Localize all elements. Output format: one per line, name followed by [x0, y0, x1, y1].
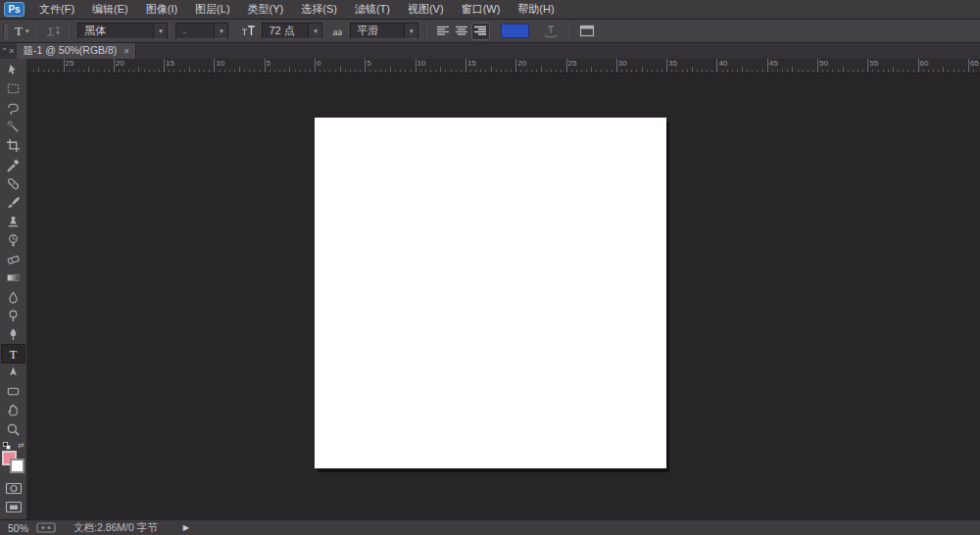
gradient-tool[interactable] [0, 268, 26, 287]
menu-bar: Ps 文件(F)编辑(E)图像(I)图层(L)类型(Y)选择(S)滤镜(T)视图… [0, 0, 980, 20]
font-size-select[interactable]: 72 点 ▾ [262, 23, 322, 39]
menu-item[interactable]: 视图(V) [399, 0, 453, 20]
tab-fragment-close-icon[interactable]: × [9, 46, 14, 56]
ruler-tick [33, 70, 34, 73]
tool-list: T [0, 59, 26, 439]
blur-tool[interactable] [0, 288, 26, 307]
type-tool[interactable]: T [1, 344, 25, 363]
close-icon[interactable]: × [123, 46, 129, 57]
ruler-tick [289, 67, 290, 73]
align-left-button[interactable] [434, 23, 453, 40]
align-center-button[interactable] [453, 23, 471, 40]
ruler-tick [867, 59, 868, 73]
screen-mode-button[interactable] [0, 498, 26, 516]
ruler-tick [470, 70, 471, 73]
history-brush-tool[interactable] [0, 231, 26, 250]
ruler-tick [506, 70, 507, 73]
default-colors-icon[interactable] [3, 442, 12, 450]
horizontal-ruler[interactable]: 25201510505101520253035404550556065 [27, 59, 980, 73]
menu-item[interactable]: 选择(S) [292, 0, 346, 20]
menu-item[interactable]: 图层(L) [186, 0, 238, 20]
eyedropper-tool-icon [6, 158, 21, 172]
ruler-tick [918, 59, 919, 73]
crop-tool[interactable] [0, 136, 26, 155]
ruler-tick [711, 70, 712, 73]
magic-wand-tool[interactable] [0, 118, 26, 136]
ruler-tick [380, 70, 381, 73]
lasso-tool[interactable] [0, 99, 26, 118]
ruler-tick [411, 70, 412, 73]
menu-item[interactable]: 编辑(E) [83, 0, 137, 20]
brush-tool[interactable] [0, 193, 26, 212]
document-canvas[interactable] [315, 118, 666, 468]
marquee-tool-icon [6, 81, 21, 96]
ruler-tick [324, 70, 325, 73]
ruler-tick [968, 59, 969, 73]
text-orientation-button[interactable] [41, 23, 65, 40]
zoom-level-field[interactable]: 50% [0, 522, 36, 534]
menu-item[interactable]: 图像(I) [137, 0, 186, 20]
tab-overflow-fragment[interactable]: " × [0, 43, 17, 59]
font-style-value: - [176, 25, 214, 37]
status-options-arrow-icon[interactable]: ▶ [183, 523, 189, 532]
ruler-tick [416, 59, 416, 73]
ruler-tick [515, 59, 516, 73]
ruler-tick [536, 70, 537, 73]
background-color-swatch[interactable] [10, 459, 24, 473]
hand-tool[interactable] [0, 401, 26, 419]
ruler-tick [888, 70, 889, 73]
clone-stamp-tool[interactable] [0, 212, 26, 230]
ruler-tick [511, 70, 512, 73]
eyedropper-tool[interactable] [0, 155, 26, 173]
ruler-tick [189, 67, 190, 73]
toggle-panels-button[interactable] [579, 24, 595, 37]
anti-alias-select[interactable]: 平滑 ▾ [350, 23, 418, 39]
ruler-tick [626, 70, 627, 73]
text-color-swatch[interactable] [501, 24, 529, 38]
ruler-tick [456, 70, 457, 73]
ruler-tick [209, 70, 210, 73]
ruler-tick [541, 67, 542, 73]
status-bar: 50% 文档:2.86M/0 字节 ▶ [0, 519, 980, 535]
menu-item[interactable]: 类型(Y) [239, 0, 293, 20]
pen-tool[interactable] [0, 325, 26, 344]
blur-tool-icon [6, 290, 21, 305]
ruler-tick [199, 70, 200, 73]
document-tab[interactable]: 题-1 @ 50%(RGB/8) × [17, 43, 136, 59]
separator [69, 23, 70, 40]
ruler-tick [963, 70, 964, 73]
menu-item[interactable]: 窗口(W) [453, 0, 510, 20]
warp-text-icon [543, 24, 559, 38]
warp-text-button[interactable] [543, 24, 559, 38]
tool-preset-picker[interactable]: T ▾ [11, 22, 32, 41]
healing-brush-tool[interactable] [0, 174, 26, 193]
ruler-tick [501, 70, 502, 73]
path-selection-tool[interactable] [0, 364, 26, 382]
font-family-select[interactable]: 黑体 ▾ [77, 23, 168, 39]
shape-tool[interactable] [0, 382, 26, 401]
ruler-tick [83, 70, 84, 73]
menu-item[interactable]: 文件(F) [30, 0, 83, 20]
font-style-select[interactable]: - ▾ [175, 23, 228, 39]
document-size-info[interactable]: 文档:2.86M/0 字节 [74, 521, 158, 535]
ruler-tick [440, 67, 441, 73]
chevron-down-icon: ▾ [25, 27, 29, 35]
options-grip[interactable] [3, 24, 8, 39]
ruler-tick [556, 70, 557, 73]
eraser-tool[interactable] [0, 250, 26, 268]
dodge-tool[interactable] [0, 307, 26, 325]
ruler-label: 25 [568, 59, 577, 68]
swap-colors-icon[interactable]: ⇄ [18, 441, 24, 450]
align-right-button[interactable] [471, 23, 490, 40]
zoom-tool[interactable] [0, 420, 26, 439]
ruler-label: 15 [467, 59, 476, 68]
ruler-tick [69, 70, 70, 73]
quick-mask-button[interactable] [0, 479, 26, 498]
ruler-label: 35 [668, 59, 677, 68]
move-tool[interactable] [0, 61, 26, 79]
pen-tool-icon [6, 327, 21, 342]
marquee-tool[interactable] [0, 79, 26, 98]
panels-icon [579, 24, 595, 37]
menu-item[interactable]: 帮助(H) [509, 0, 563, 20]
menu-item[interactable]: 滤镜(T) [346, 0, 399, 20]
